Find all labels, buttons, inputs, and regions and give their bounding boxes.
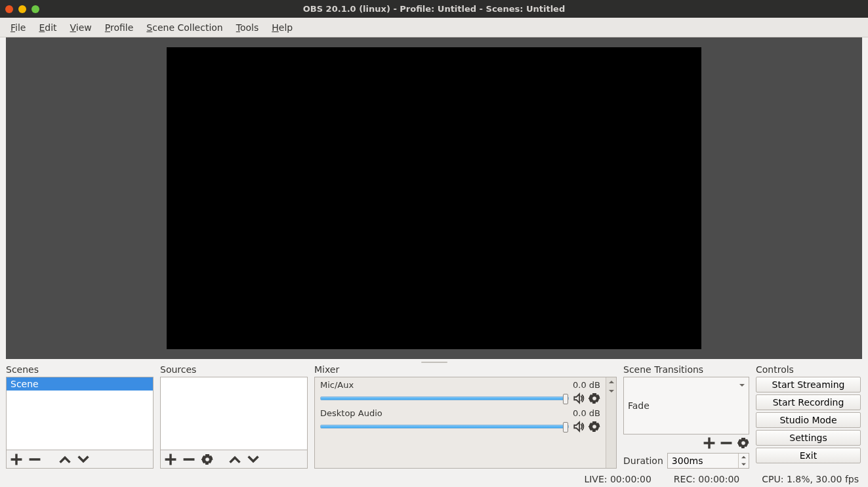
menu-tools[interactable]: ToolsTools xyxy=(230,20,266,35)
studio-mode-button[interactable]: Studio Mode xyxy=(756,412,861,428)
menubar: FFileile EditEdit ViewView ProfileProfil… xyxy=(0,18,868,37)
sources-list[interactable] xyxy=(160,377,308,450)
status-cpu: CPU: 1.8%, 30.00 fps xyxy=(762,474,859,484)
exit-button[interactable]: Exit xyxy=(756,448,861,463)
menu-scene-collection[interactable]: Scene CollectionScene Collection xyxy=(140,20,229,35)
status-rec: REC: 00:00:00 xyxy=(674,474,739,484)
preview-canvas xyxy=(167,47,701,349)
mixer-channel: Desktop Audio 0.0 dB xyxy=(320,408,600,433)
chevron-up-icon[interactable] xyxy=(59,454,71,465)
transitions-title: Scene Transitions xyxy=(623,364,749,375)
statusbar: LIVE: 00:00:00 REC: 00:00:00 CPU: 1.8%, … xyxy=(0,471,868,487)
mixer-title: Mixer xyxy=(314,364,617,375)
close-icon[interactable] xyxy=(5,5,13,13)
duration-label: Duration xyxy=(623,455,663,466)
list-item[interactable]: Scene xyxy=(7,377,153,391)
gear-icon[interactable] xyxy=(589,392,600,404)
maximize-icon[interactable] xyxy=(31,5,39,13)
scroll-down-icon[interactable] xyxy=(606,387,616,396)
minus-icon[interactable] xyxy=(183,454,195,465)
transition-select[interactable]: Fade xyxy=(623,377,749,434)
channel-level: 0.0 dB xyxy=(573,380,600,390)
scenes-list[interactable]: Scene xyxy=(6,377,154,450)
plus-icon[interactable] xyxy=(703,437,715,449)
menu-edit[interactable]: EditEdit xyxy=(32,20,63,35)
plus-icon[interactable] xyxy=(165,454,176,465)
speaker-icon[interactable] xyxy=(573,392,585,404)
mixer-channel: Mic/Aux 0.0 dB xyxy=(320,380,600,404)
channel-name: Desktop Audio xyxy=(320,408,382,418)
scroll-up-icon[interactable] xyxy=(606,377,616,387)
spinner-down-icon[interactable] xyxy=(738,461,749,468)
menu-help[interactable]: HelpHelp xyxy=(265,20,299,35)
mixer-scrollbar[interactable] xyxy=(606,377,616,468)
mixer-panel: Mic/Aux 0.0 dB Desktop Audio 0.0 dB xyxy=(314,377,617,469)
scenes-toolbar xyxy=(6,450,154,469)
transition-selected: Fade xyxy=(628,400,650,411)
channel-level: 0.0 dB xyxy=(573,408,600,418)
scenes-title: Scenes xyxy=(6,364,154,375)
sources-title: Sources xyxy=(160,364,308,375)
status-live: LIVE: 00:00:00 xyxy=(584,474,651,484)
speaker-icon[interactable] xyxy=(573,421,585,433)
controls-title: Controls xyxy=(756,364,862,375)
plus-icon[interactable] xyxy=(10,454,22,465)
minus-icon[interactable] xyxy=(29,454,41,465)
minimize-icon[interactable] xyxy=(18,5,26,13)
menu-file[interactable]: FFileile xyxy=(4,20,32,35)
menu-profile[interactable]: ProfileProfile xyxy=(98,20,140,35)
spinner-up-icon[interactable] xyxy=(738,454,749,461)
start-streaming-button[interactable]: Start Streaming xyxy=(756,377,861,392)
gear-icon[interactable] xyxy=(737,437,749,449)
minus-icon[interactable] xyxy=(720,437,732,449)
volume-slider[interactable] xyxy=(320,396,569,400)
preview-area[interactable] xyxy=(6,37,862,359)
sources-toolbar xyxy=(160,450,308,469)
window-title: OBS 20.1.0 (linux) - Profile: Untitled -… xyxy=(303,4,566,14)
volume-slider[interactable] xyxy=(320,425,569,429)
chevron-down-icon[interactable] xyxy=(77,454,89,465)
gear-icon[interactable] xyxy=(589,421,600,433)
start-recording-button[interactable]: Start Recording xyxy=(756,394,861,410)
chevron-down-icon xyxy=(739,383,745,388)
window-titlebar: OBS 20.1.0 (linux) - Profile: Untitled -… xyxy=(0,0,868,18)
gear-icon[interactable] xyxy=(201,454,213,465)
channel-name: Mic/Aux xyxy=(320,380,354,390)
settings-button[interactable]: Settings xyxy=(756,430,861,446)
duration-input[interactable] xyxy=(667,453,749,469)
chevron-down-icon[interactable] xyxy=(247,454,259,465)
chevron-up-icon[interactable] xyxy=(229,454,241,465)
menu-view[interactable]: ViewView xyxy=(64,20,98,35)
